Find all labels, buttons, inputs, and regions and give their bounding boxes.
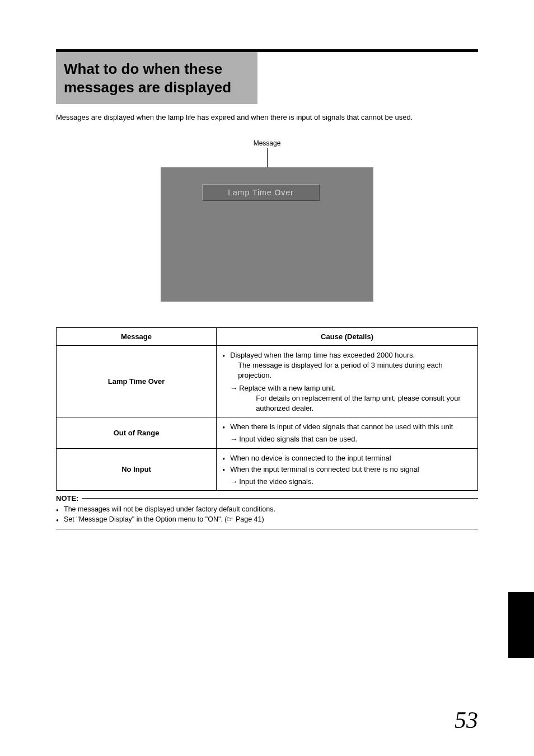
- cause-bullet: When no device is connected to the input…: [222, 453, 472, 463]
- cause-cell: When no device is connected to the input…: [217, 448, 478, 491]
- page-title: What to do when these messages are displ…: [64, 60, 245, 96]
- cause-bullet: Displayed when the lamp time has exceede…: [222, 350, 472, 381]
- cause-cell: When there is input of video signals tha…: [217, 417, 478, 448]
- note-block: NOTE: The messages will not be displayed…: [56, 494, 478, 529]
- message-cell: Lamp Time Over: [57, 346, 217, 417]
- cause-action: Input the video signals.: [222, 477, 472, 487]
- cause-action: Replace with a new lamp unit. For detail…: [222, 383, 472, 414]
- cause-cell: Displayed when the lamp time has exceede…: [217, 346, 478, 417]
- cause-bullet: When there is input of video signals tha…: [222, 422, 472, 432]
- cause-bullet: When the input terminal is connected but…: [222, 464, 472, 475]
- note-item: Set "Message Display" in the Option menu…: [56, 515, 478, 525]
- side-tab: [508, 592, 534, 658]
- note-item: The messages will not be displayed under…: [56, 505, 478, 515]
- page-number: 53: [455, 707, 478, 734]
- col-header-message: Message: [57, 328, 217, 346]
- messages-table: Message Cause (Details) Lamp Time Over D…: [56, 327, 478, 491]
- table-row: No Input When no device is connected to …: [57, 448, 478, 491]
- title-bar: What to do when these messages are displ…: [56, 52, 257, 104]
- message-figure: Message Lamp Time Over: [56, 139, 478, 302]
- message-cell: Out of Range: [57, 417, 217, 448]
- on-screen-message: Lamp Time Over: [202, 184, 320, 201]
- note-label: NOTE:: [56, 494, 82, 503]
- col-header-cause: Cause (Details): [217, 328, 478, 346]
- screen-box: Lamp Time Over: [161, 167, 373, 302]
- table-row: Lamp Time Over Displayed when the lamp t…: [57, 346, 478, 417]
- leader-line: [267, 148, 268, 167]
- cause-action: Input video signals that can be used.: [222, 434, 472, 444]
- note-rule: [82, 498, 478, 499]
- message-cell: No Input: [57, 448, 217, 491]
- intro-text: Messages are displayed when the lamp lif…: [56, 113, 478, 121]
- table-row: Out of Range When there is input of vide…: [57, 417, 478, 448]
- message-label: Message: [56, 139, 478, 147]
